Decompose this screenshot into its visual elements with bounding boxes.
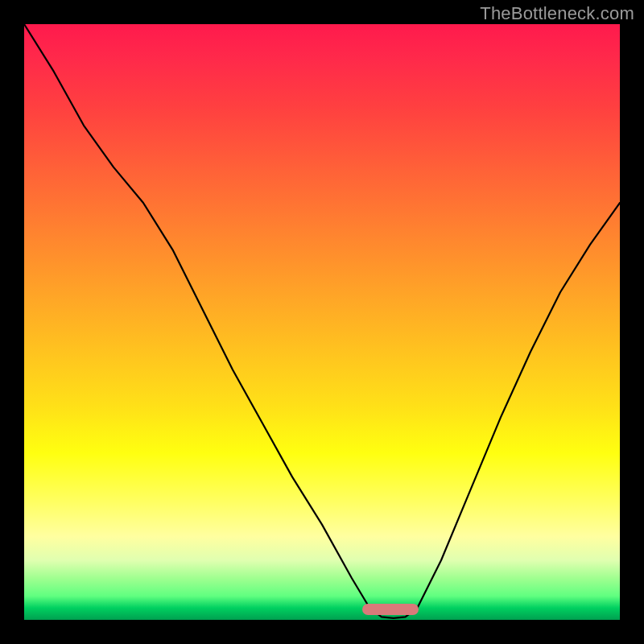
trough-marker: [362, 604, 419, 615]
bottleneck-curve: [24, 24, 620, 618]
chart-frame: TheBottleneck.com: [0, 0, 644, 644]
watermark-text: TheBottleneck.com: [480, 3, 634, 24]
curve-svg: [24, 24, 620, 620]
plot-area: [24, 24, 620, 620]
